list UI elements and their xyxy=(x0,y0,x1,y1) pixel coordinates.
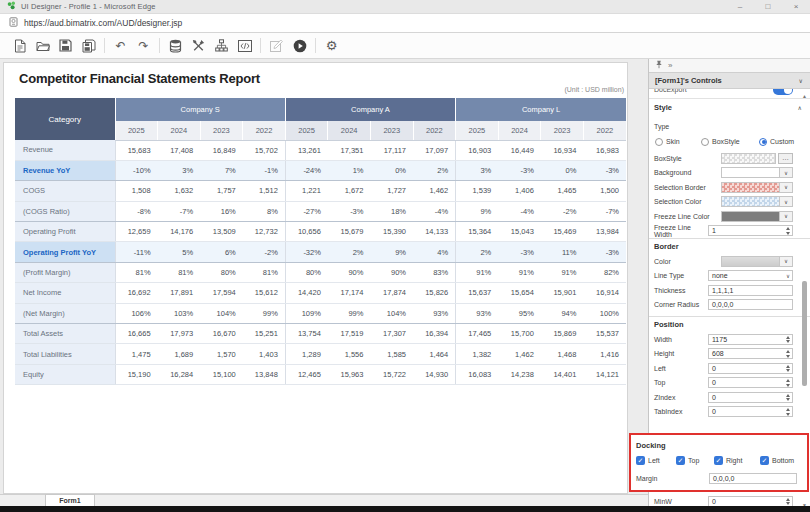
field-spinner-freeze-line-width[interactable]: 1 xyxy=(708,225,793,236)
table-row: Revenue15,68317,40816,84915,70213,26117,… xyxy=(15,140,626,160)
docexport-toggle[interactable] xyxy=(773,89,793,95)
field-control-selection-color[interactable]: ∨ xyxy=(721,196,793,207)
radio-option-boxstyle[interactable]: BoxStyle xyxy=(701,138,759,146)
selection-color-swatch[interactable] xyxy=(722,197,779,206)
controls-header[interactable]: [Form1]'s Controls ∨ xyxy=(649,72,810,89)
spinner-arrows[interactable] xyxy=(783,364,792,373)
url-text[interactable]: https://aud.bimatrix.com/AUD/designer.js… xyxy=(24,18,182,28)
scroll-up-icon[interactable]: ▲ xyxy=(801,93,808,99)
spin-down-icon[interactable] xyxy=(786,413,790,416)
radio-option-skin[interactable]: Skin xyxy=(655,138,701,146)
design-canvas[interactable]: Competitor Financial Statements Report (… xyxy=(3,62,628,494)
new-file-icon[interactable] xyxy=(12,38,27,53)
undo-icon[interactable]: ↶ xyxy=(113,38,128,53)
panel-scrollbar[interactable]: ▲ ▼ xyxy=(800,93,809,508)
spinner-arrows[interactable] xyxy=(783,378,792,387)
spin-up-icon[interactable] xyxy=(786,336,790,339)
spinner-arrows[interactable] xyxy=(783,497,792,506)
section-header-position[interactable]: Position xyxy=(649,316,810,332)
field-select-line-type[interactable]: none∨ xyxy=(708,270,793,281)
close-button[interactable]: × xyxy=(782,0,810,13)
spin-up-icon[interactable] xyxy=(786,394,790,397)
settings-icon[interactable]: ⚙ xyxy=(324,38,339,53)
save-all-icon[interactable] xyxy=(81,38,96,53)
spin-down-icon[interactable] xyxy=(786,502,790,505)
field-input-corner-radius[interactable]: 0,0,0,0 xyxy=(708,299,793,310)
field-control-freeze-line-color[interactable]: ∨ xyxy=(721,211,793,222)
dock-checkbox-bottom[interactable]: ✓Bottom xyxy=(760,456,794,465)
color-swatch[interactable] xyxy=(722,257,779,266)
freeze-line-color-swatch[interactable] xyxy=(722,212,779,221)
chevron-down-icon[interactable]: ∨ xyxy=(779,168,792,177)
chevron-down-icon[interactable]: ∨ xyxy=(779,257,792,266)
field-control-color[interactable]: ∨ xyxy=(721,256,793,267)
page-info-icon[interactable] xyxy=(9,17,18,29)
field-control-background[interactable]: ∨ xyxy=(721,167,793,178)
checkbox-checked[interactable]: ✓ xyxy=(676,456,685,465)
table-cell: 13,848 xyxy=(243,364,286,384)
spin-down-icon[interactable] xyxy=(786,398,790,401)
checkbox-checked[interactable]: ✓ xyxy=(636,456,645,465)
chevron-down-icon[interactable]: ∨ xyxy=(779,197,792,206)
open-folder-icon[interactable] xyxy=(35,38,50,53)
selection-border-swatch[interactable] xyxy=(722,183,779,192)
spinner-arrows[interactable] xyxy=(783,349,792,358)
field-spinner-height[interactable]: 608 xyxy=(708,348,793,359)
radio-unselected[interactable] xyxy=(701,138,709,146)
field-spinner-top[interactable]: 0 xyxy=(708,377,793,388)
tools-icon[interactable] xyxy=(191,38,206,53)
spinner-arrows[interactable] xyxy=(783,226,792,235)
field-control-boxstyle[interactable]: … xyxy=(721,153,793,164)
spin-up-icon[interactable] xyxy=(786,227,790,230)
more-button[interactable]: … xyxy=(778,153,793,164)
collapse-panel-icon[interactable]: » xyxy=(668,61,672,70)
spinner-arrows[interactable] xyxy=(783,335,792,344)
field-input-margin[interactable]: 0,0,0,0 xyxy=(709,473,797,484)
spin-up-icon[interactable] xyxy=(786,365,790,368)
chevron-down-icon[interactable]: ∨ xyxy=(786,273,790,279)
radio-option-custom[interactable]: Custom xyxy=(759,138,794,146)
spinner-arrows[interactable] xyxy=(783,393,792,402)
boxstyle-swatch[interactable] xyxy=(721,153,776,164)
spin-down-icon[interactable] xyxy=(786,340,790,343)
spin-up-icon[interactable] xyxy=(786,379,790,382)
spin-down-icon[interactable] xyxy=(786,384,790,387)
spin-up-icon[interactable] xyxy=(786,498,790,501)
radio-unselected[interactable] xyxy=(655,138,663,146)
field-control-selection-border[interactable]: ∨ xyxy=(721,182,793,193)
database-icon[interactable] xyxy=(168,38,183,53)
spin-up-icon[interactable] xyxy=(786,350,790,353)
maximize-button[interactable]: □ xyxy=(754,0,782,13)
pin-icon[interactable] xyxy=(655,60,663,71)
field-spinner-width[interactable]: 1175 xyxy=(708,334,793,345)
chevron-down-icon[interactable]: ∨ xyxy=(779,212,792,221)
scrollbar-thumb[interactable] xyxy=(802,281,807,386)
field-input-thickness[interactable]: 1,1,1,1 xyxy=(708,285,793,296)
spin-down-icon[interactable] xyxy=(786,355,790,358)
run-icon[interactable] xyxy=(292,38,307,53)
url-bar[interactable]: https://aud.bimatrix.com/AUD/designer.js… xyxy=(0,14,810,33)
hierarchy-icon[interactable] xyxy=(214,38,229,53)
dock-checkbox-left[interactable]: ✓Left xyxy=(636,456,676,465)
radio-selected[interactable] xyxy=(759,138,767,146)
background-swatch[interactable] xyxy=(722,168,779,177)
chevron-down-icon[interactable]: ∨ xyxy=(799,77,803,84)
code-view-icon[interactable] xyxy=(237,38,252,53)
spin-down-icon[interactable] xyxy=(786,232,790,235)
field-spinner-zindex[interactable]: 0 xyxy=(708,392,793,403)
checkbox-checked[interactable]: ✓ xyxy=(714,456,723,465)
redo-icon[interactable]: ↷ xyxy=(136,38,151,53)
minimize-button[interactable]: – xyxy=(726,0,754,13)
spin-down-icon[interactable] xyxy=(786,369,790,372)
chevron-down-icon[interactable]: ∨ xyxy=(779,183,792,192)
section-header-style[interactable]: Style∧ xyxy=(649,99,810,115)
dock-checkbox-right[interactable]: ✓Right xyxy=(714,456,760,465)
spinner-arrows[interactable] xyxy=(783,407,792,416)
field-spinner-tabindex[interactable]: 0 xyxy=(708,406,793,417)
checkbox-checked[interactable]: ✓ xyxy=(760,456,769,465)
section-header-border[interactable]: Border xyxy=(649,238,810,254)
field-spinner-left[interactable]: 0 xyxy=(708,363,793,374)
spin-up-icon[interactable] xyxy=(786,408,790,411)
save-icon[interactable] xyxy=(58,38,73,53)
dock-checkbox-top[interactable]: ✓Top xyxy=(676,456,714,465)
